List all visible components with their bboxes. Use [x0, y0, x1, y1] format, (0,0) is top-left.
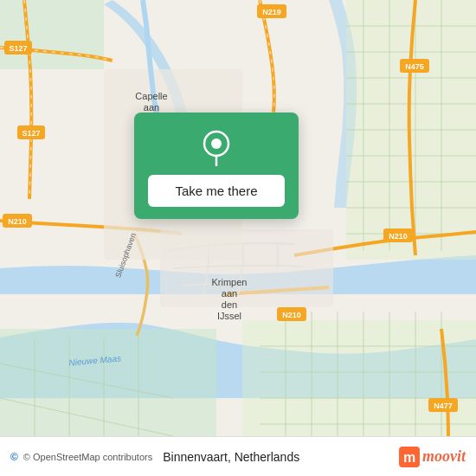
svg-text:Capelle: Capelle: [135, 91, 167, 101]
popup-card: Take me there: [134, 113, 299, 219]
svg-text:IJssel: IJssel: [217, 311, 241, 321]
moovit-logo: m moovit: [399, 447, 466, 467]
svg-text:den: den: [222, 299, 237, 310]
svg-text:N210: N210: [282, 311, 301, 319]
location-label: Binnenvaart, Netherlands: [163, 450, 299, 464]
take-me-there-button[interactable]: Take me there: [148, 175, 285, 207]
svg-text:aan: aan: [144, 102, 159, 113]
svg-rect-36: [160, 229, 333, 307]
location-pin-icon: [197, 128, 235, 166]
osm-contributors-text: © OpenStreetMap contributors: [23, 452, 152, 462]
svg-text:m: m: [403, 450, 415, 465]
svg-text:S127: S127: [9, 44, 27, 53]
svg-text:Krimpen: Krimpen: [212, 277, 248, 287]
moovit-text: moovit: [422, 447, 466, 466]
osm-credit: ©: [10, 451, 18, 463]
bottom-bar: © © OpenStreetMap contributors Binnenvaa…: [0, 436, 476, 476]
svg-text:N219: N219: [262, 8, 281, 16]
svg-text:N475: N475: [405, 62, 424, 71]
svg-text:N210: N210: [8, 217, 27, 226]
map-background: N219 N475 S127 S127 N210 N210 N210 N477 …: [0, 0, 476, 476]
svg-text:S127: S127: [22, 129, 40, 138]
map-container: N219 N475 S127 S127 N210 N210 N210 N477 …: [0, 0, 476, 476]
svg-text:N477: N477: [434, 402, 453, 410]
bottom-left-info: © © OpenStreetMap contributors Binnenvaa…: [10, 450, 299, 464]
svg-text:aan: aan: [222, 288, 237, 299]
svg-text:N210: N210: [389, 232, 408, 241]
moovit-icon: m: [399, 447, 420, 467]
svg-point-64: [211, 138, 222, 149]
svg-rect-1: [0, 0, 104, 69]
